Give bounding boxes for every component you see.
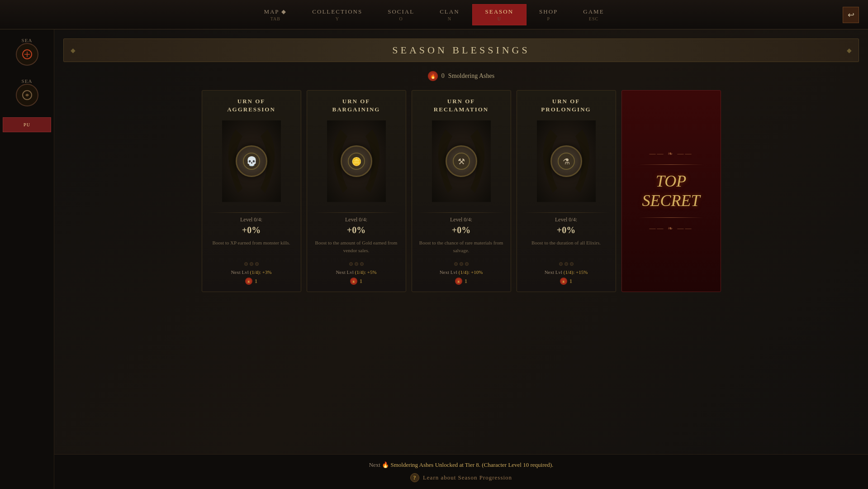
urn-bargaining-card[interactable]: URN OFBARGAINING 🪙: [307, 90, 406, 292]
season-full-panel: SEASON BLESSINGS 🔥 0 Smoldering Ashes UR…: [54, 29, 868, 489]
bargaining-dot-1: [349, 262, 353, 266]
nav-season-key: U: [498, 16, 501, 21]
nav-collections[interactable]: COLLECTIONS Y: [299, 5, 375, 25]
sidebar-item-2[interactable]: SEA: [0, 75, 54, 112]
reclamation-dot-2: [460, 262, 463, 266]
ashes-label: Smoldering Ashes: [448, 72, 494, 80]
reclamation-cost-value: 1: [465, 278, 468, 285]
nav-game[interactable]: GAME ESC: [570, 5, 617, 25]
prolonging-level: Level 0/4:: [555, 216, 577, 223]
svg-text:💀: 💀: [246, 156, 257, 167]
top-navigation: MAP ◆ TAB COLLECTIONS Y SOCIAL O CLAN N …: [0, 0, 868, 29]
nav-map-label: MAP ◆: [264, 8, 287, 15]
bargaining-icon: 🪙: [341, 145, 372, 177]
aggression-dot-3: [255, 262, 259, 266]
bargaining-dot-3: [360, 262, 364, 266]
blessings-header: SEASON BLESSINGS: [63, 38, 859, 62]
nav-social-key: O: [399, 16, 403, 21]
sidebar-item-1[interactable]: SEA: [0, 34, 54, 71]
sidebar-icon-1: [16, 43, 38, 66]
ashes-indicator: 🔥 0 Smoldering Ashes: [63, 71, 859, 81]
nav-season[interactable]: SEASON U: [472, 4, 527, 25]
sidebar-icon-2: [16, 84, 38, 106]
blessings-title: SEASON BLESSINGS: [392, 44, 530, 56]
nav-clan-key: N: [448, 16, 451, 21]
bargaining-bonus: +0%: [347, 225, 365, 235]
season-panel: SEASON BLESSINGS 🔥 0 Smoldering Ashes UR…: [54, 29, 868, 454]
nav-game-key: ESC: [589, 16, 598, 21]
bargaining-dots: [349, 262, 364, 266]
nav-season-label: SEASON: [485, 8, 514, 15]
top-secret-card[interactable]: —— ❧ —— TOPSECRET —— ❧ ——: [621, 90, 721, 292]
bargaining-next: Next Lvl (1/4): +5%: [336, 269, 376, 275]
ashes-icon-small: 🔥: [382, 461, 390, 468]
prolonging-bonus: +0%: [557, 225, 575, 235]
nav-social[interactable]: SOCIAL O: [375, 5, 427, 25]
urn-prolonging-title: URN OFPROLONGING: [541, 97, 591, 114]
urn-reclamation-icon-area: ⚒: [432, 120, 491, 202]
urn-prolonging-card[interactable]: URN OFPROLONGING ⚗: [517, 90, 616, 292]
prolonging-dot-1: [559, 262, 563, 266]
sidebar-button[interactable]: PU: [3, 117, 51, 132]
sidebar-button-label: PU: [24, 122, 30, 127]
nav-clan[interactable]: CLAN N: [427, 5, 472, 25]
urn-reclamation-title: URN OFRECLAMATION: [434, 97, 489, 114]
reclamation-description: Boost to the chance of rare materials fr…: [417, 239, 505, 254]
prolonging-cost: ▲ 1: [560, 278, 573, 285]
reclamation-dots: [454, 262, 469, 266]
nav-collections-label: COLLECTIONS: [312, 8, 362, 15]
reclamation-bonus: +0%: [452, 225, 470, 235]
aggression-cost-value: 1: [255, 278, 258, 285]
nav-clan-label: CLAN: [440, 8, 459, 15]
aggression-bonus: +0%: [242, 225, 261, 235]
nav-shop-key: P: [547, 16, 550, 21]
nav-shop[interactable]: SHOP P: [526, 5, 570, 25]
urn-aggression-card[interactable]: URN OFAGGRESSION: [202, 90, 301, 292]
bargaining-divider: [313, 212, 400, 213]
reclamation-level: Level 0/4:: [450, 216, 472, 223]
learn-more-link[interactable]: ? Learn about Season Progression: [63, 473, 859, 482]
sidebar-item-2-label: SEA: [22, 78, 33, 84]
cards-container: URN OFAGGRESSION: [63, 90, 859, 292]
reclamation-divider: [417, 212, 505, 213]
back-button[interactable]: ↩: [843, 7, 859, 23]
reclamation-dot-1: [454, 262, 458, 266]
secret-title: TOPSECRET: [642, 172, 700, 211]
urn-aggression-title: URN OFAGGRESSION: [227, 97, 275, 114]
bargaining-level: Level 0/4:: [345, 216, 367, 223]
bargaining-cost-icon: ▲: [350, 278, 357, 285]
urn-reclamation-card[interactable]: URN OFRECLAMATION ⚒: [412, 90, 511, 292]
aggression-dots: [244, 262, 259, 266]
urn-bargaining-icon-area: 🪙: [327, 120, 386, 202]
urn-bargaining-title: URN OFBARGAINING: [332, 97, 380, 114]
reclamation-cost-icon: ▲: [455, 278, 462, 285]
nav-game-label: GAME: [583, 8, 604, 15]
nav-collections-key: Y: [336, 16, 339, 21]
nav-map-key: TAB: [270, 16, 280, 21]
nav-shop-label: SHOP: [539, 8, 558, 15]
secret-divider-top: [639, 164, 703, 165]
prolonging-cost-icon: ▲: [560, 278, 567, 285]
nav-map[interactable]: MAP ◆ TAB: [251, 5, 299, 25]
prolonging-description: Boost to the duration of all Elixirs.: [531, 239, 601, 254]
svg-text:⚗: ⚗: [563, 157, 570, 166]
aggression-icon: 💀: [236, 145, 267, 177]
aggression-cost-icon: ▲: [245, 278, 252, 285]
urn-aggression-icon-area: 💀: [222, 120, 281, 202]
prolonging-dot-2: [564, 262, 568, 266]
sidebar-item-1-label: SEA: [22, 38, 33, 43]
aggression-next: Next Lvl (1/4): +3%: [231, 269, 271, 275]
secret-ornament-top: —— ❧ ——: [650, 150, 693, 158]
aggression-level: Level 0/4:: [240, 216, 262, 223]
aggression-description: Boost to XP earned from monster kills.: [212, 239, 290, 254]
prolonging-divider: [522, 212, 610, 213]
secret-ornament-bottom: —— ❧ ——: [650, 225, 693, 232]
svg-text:⚒: ⚒: [458, 157, 465, 166]
prolonging-cost-value: 1: [569, 278, 573, 285]
aggression-cost: ▲ 1: [245, 278, 258, 285]
next-unlock-text: Next 🔥 Smoldering Ashes Unlocked at Tier…: [63, 461, 859, 469]
bargaining-cost: ▲ 1: [350, 278, 363, 285]
aggression-divider: [208, 212, 295, 213]
prolonging-dot-3: [570, 262, 574, 266]
nav-social-label: SOCIAL: [388, 8, 414, 15]
